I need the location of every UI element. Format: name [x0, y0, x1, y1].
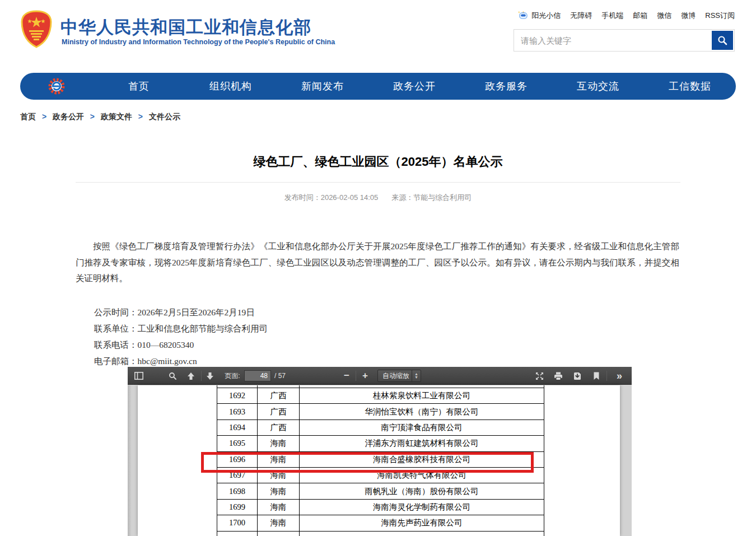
- zoom-out-button[interactable]: −: [340, 367, 353, 385]
- table-row: 1695 海南 洋浦东方雨虹建筑材料有限公司: [217, 436, 544, 451]
- row-province: 广西: [258, 420, 300, 435]
- quick-link[interactable]: RSS订阅: [705, 11, 735, 21]
- toolbar-divider: [606, 371, 607, 381]
- search-button[interactable]: [712, 31, 733, 50]
- row-number: 1698: [217, 483, 258, 498]
- pdf-left-shade: [128, 385, 132, 536]
- contact-info: 公示时间：2026年2月5日至2026年2月19日联系单位：工业和信息化部节能与…: [94, 304, 268, 369]
- row-company: 南宁顶津食品有限公司: [300, 420, 544, 435]
- quick-links-list: 阳光小信无障碍手机端邮箱微信微博RSS订阅: [531, 11, 735, 21]
- row-province: 海南: [258, 483, 300, 498]
- table-row: 1698 海南 雨帆乳业（海南）股份有限公司: [217, 483, 544, 499]
- pdf-viewer: 页面: / 57 − + 自动缩放 ▲▼: [128, 367, 632, 536]
- search-icon: [717, 35, 728, 46]
- arrow-down-icon: [206, 372, 214, 380]
- contact-info-line: 公示时间：2026年2月5日至2026年2月19日: [94, 304, 268, 320]
- miit-logo-icon: [47, 77, 66, 96]
- table-row-partial: [217, 532, 544, 536]
- site-subtitle: Ministry of Industry and Information Tec…: [62, 38, 335, 46]
- nav-item[interactable]: 组织机构: [185, 80, 277, 93]
- search-box: [514, 29, 735, 52]
- more-tools-button[interactable]: »: [612, 367, 627, 385]
- search-document-icon: [169, 372, 177, 380]
- presentation-mode-button[interactable]: [533, 367, 545, 385]
- row-province: 海南: [258, 515, 300, 530]
- publish-time-label: 发布时间：: [284, 193, 321, 202]
- row-province: 广西: [258, 388, 300, 403]
- article-title: 绿色工厂、绿色工业园区（2025年）名单公示: [0, 153, 756, 170]
- fullscreen-icon: [535, 372, 544, 380]
- sidebar-toggle-icon: [134, 372, 143, 380]
- pdf-canvas-area: 1692 广西 桂林紫泉饮料工业有限公司 1693 广西 华润怡宝饮料（南宁）有…: [128, 385, 632, 536]
- article-body: 按照《绿色工厂梯度培育及管理暂行办法》《工业和信息化部办公厅关于开展2025年度…: [76, 239, 679, 287]
- search-input[interactable]: [514, 30, 710, 51]
- nav-item[interactable]: 新闻发布: [277, 80, 368, 93]
- page-number-input[interactable]: [244, 370, 271, 381]
- breadcrumb: 首页 > 政务公开 > 政策文件 > 文件公示 >: [20, 112, 180, 122]
- download-icon: [573, 372, 581, 380]
- zoom-mode-select[interactable]: 自动缩放 ▲▼: [377, 370, 421, 382]
- select-spinner-icon: ▲▼: [412, 370, 421, 381]
- arrow-up-icon: [187, 372, 195, 380]
- article-paragraph: 按照《绿色工厂梯度培育及管理暂行办法》《工业和信息化部办公厅关于开展2025年度…: [76, 239, 679, 287]
- table-row: 1693 广西 华润怡宝饮料（南宁）有限公司: [217, 404, 544, 420]
- nav-item[interactable]: 政务公开: [368, 80, 460, 93]
- breadcrumb-group: 文件公示 >: [149, 112, 180, 121]
- breadcrumb-group: 首页 >: [20, 112, 53, 121]
- article-meta: 发布时间：2026-02-05 14:05来源：节能与综合利用司: [0, 193, 756, 203]
- breadcrumb-link[interactable]: 首页: [20, 112, 36, 121]
- contact-info-line: 联系电话：010—68205340: [94, 337, 268, 353]
- row-company: 华润怡宝饮料（南宁）有限公司: [300, 404, 544, 419]
- toolbar-divider: [356, 371, 356, 381]
- row-company: 海南先声药业有限公司: [300, 515, 544, 530]
- source: 节能与综合利用司: [413, 193, 472, 202]
- nav-item[interactable]: 政务服务: [460, 80, 552, 93]
- breadcrumb-link[interactable]: 政务公开: [53, 112, 84, 121]
- row-province: 海南: [258, 436, 300, 451]
- quick-link[interactable]: 邮箱: [633, 11, 647, 21]
- row-number: 1692: [217, 388, 258, 403]
- bookmark-icon: [593, 372, 600, 380]
- site-title: 中华人民共和国工业和信息化部: [60, 16, 311, 39]
- find-button[interactable]: [167, 367, 178, 385]
- breadcrumb-separator-icon: >: [90, 112, 95, 121]
- printer-icon: [554, 372, 563, 380]
- page-down-button[interactable]: [204, 367, 216, 385]
- page-up-button[interactable]: [185, 367, 197, 385]
- zoom-mode-value: 自动缩放: [378, 371, 412, 381]
- quick-link[interactable]: 阳光小信: [531, 11, 561, 21]
- row-number: 1695: [217, 436, 258, 451]
- quick-link[interactable]: 微博: [681, 11, 696, 21]
- print-button[interactable]: [552, 367, 564, 385]
- row-company: 雨帆乳业（海南）股份有限公司: [300, 483, 544, 498]
- highlight-box: [201, 452, 534, 473]
- row-company: 桂林紫泉饮料工业有限公司: [300, 388, 544, 403]
- nav-item[interactable]: 首页: [93, 80, 185, 93]
- source-label: 来源：: [391, 193, 413, 202]
- breadcrumb-link[interactable]: 政策文件: [101, 112, 132, 121]
- title-divider: [76, 182, 680, 183]
- bookmark-button[interactable]: [590, 367, 603, 385]
- robot-icon: [517, 10, 528, 21]
- sidebar-toggle-button[interactable]: [133, 367, 144, 385]
- pdf-toolbar: 页面: / 57 − + 自动缩放 ▲▼: [128, 367, 632, 385]
- contact-info-line: 联系单位：工业和信息化部节能与综合利用司: [94, 320, 268, 337]
- breadcrumb-link[interactable]: 文件公示: [149, 112, 180, 121]
- table-row: 1699 海南 海南海灵化学制药有限公司: [217, 500, 544, 515]
- publish-time: 2026-02-05 14:05: [321, 193, 379, 202]
- row-number: 1694: [217, 420, 258, 435]
- quick-link[interactable]: 微信: [657, 11, 671, 21]
- nav-item[interactable]: 互动交流: [552, 80, 644, 93]
- zoom-in-button[interactable]: +: [359, 367, 371, 385]
- toolbar-divider: [201, 371, 202, 381]
- download-button[interactable]: [571, 367, 584, 385]
- quick-link[interactable]: 无障碍: [570, 11, 592, 21]
- nav-item[interactable]: 工信数据: [644, 80, 736, 93]
- quick-link[interactable]: 手机端: [601, 11, 623, 21]
- row-number: 1699: [217, 500, 258, 515]
- page-number-label: 页面:: [223, 367, 242, 385]
- row-company: 洋浦东方雨虹建筑材料有限公司: [300, 436, 544, 451]
- row-number: 1700: [217, 515, 258, 530]
- breadcrumb-separator-icon: >: [138, 112, 143, 121]
- breadcrumb-group: 政务公开 >: [53, 112, 101, 121]
